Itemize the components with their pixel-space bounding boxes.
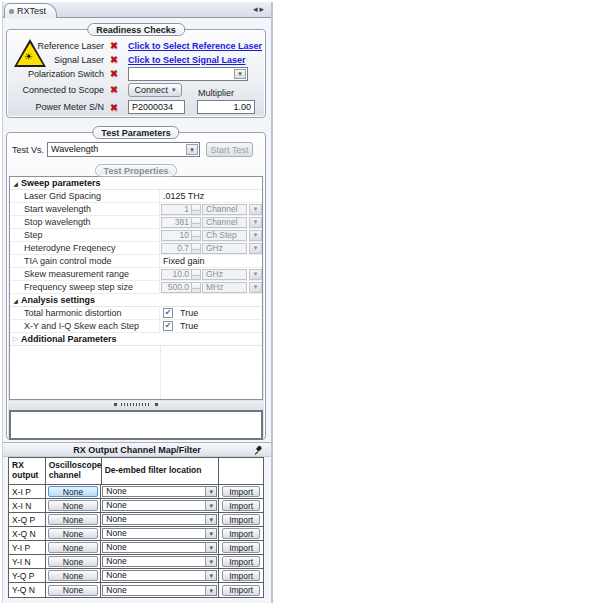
filter-location-combo[interactable]: None▾	[102, 585, 217, 596]
test-vs-combo[interactable]: Wavelength ▾	[47, 142, 200, 157]
filter-location-combo[interactable]: None▾	[102, 542, 217, 553]
import-button[interactable]: Import	[222, 528, 260, 539]
category-analysis-settings[interactable]: ◢ Analysis settings	[10, 294, 262, 307]
rx-map-header[interactable]: RX Output Channel Map/Filter	[3, 442, 271, 457]
import-button[interactable]: Import	[222, 500, 260, 511]
spinner-buttons[interactable]	[192, 282, 201, 293]
import-button[interactable]: Import	[222, 514, 260, 525]
value-spinbox[interactable]: 500.0	[161, 282, 192, 293]
polarization-switch-combo[interactable]: ▾	[128, 67, 248, 81]
category-sweep-parameters[interactable]: ◢ Sweep parameters	[10, 177, 262, 190]
spinner-buttons[interactable]	[192, 243, 201, 254]
spinner-buttons[interactable]	[192, 230, 201, 241]
property-row-step[interactable]: Step 10 Ch Step ▾	[10, 229, 262, 242]
spinner-buttons[interactable]	[192, 217, 201, 228]
value-spinbox[interactable]: 0.7	[161, 243, 192, 254]
import-button[interactable]: Import	[222, 486, 260, 497]
signal-laser-fail-icon: ✖	[104, 54, 124, 65]
chevron-down-icon[interactable]: ▾	[205, 571, 216, 580]
channel-select-button[interactable]: None	[48, 500, 98, 511]
filter-location-combo[interactable]: None▾	[102, 486, 217, 497]
chevron-down-icon[interactable]: ▾	[186, 144, 198, 155]
import-button[interactable]: Import	[222, 585, 260, 596]
expander-closed-icon[interactable]: ▷	[10, 335, 21, 343]
power-meter-serial-input[interactable]	[128, 100, 185, 114]
tab-title: RXTest	[17, 6, 46, 16]
category-additional-parameters[interactable]: ▷ Additional Parameters	[10, 333, 262, 346]
checkbox-checked-icon[interactable]: ✔	[163, 321, 173, 331]
property-row-stop-wavelength[interactable]: Stop wavelength 381 Channel ▾	[10, 216, 262, 229]
value-spinbox[interactable]: 381	[161, 217, 192, 228]
channel-select-button[interactable]: None	[48, 528, 98, 539]
chevron-down-icon[interactable]: ▾	[205, 487, 216, 496]
chevron-down-icon[interactable]: ▾	[205, 586, 216, 595]
select-signal-laser-link[interactable]: Click to Select Signal Laser	[128, 55, 246, 65]
table-row-yip: Y-I P None None▾ Import	[9, 541, 263, 555]
import-button[interactable]: Import	[222, 556, 260, 567]
property-row-skew-range[interactable]: Skew measurement range 10.0 GHz ▾	[10, 268, 262, 281]
chevron-down-icon[interactable]: ▾	[205, 557, 216, 566]
import-button[interactable]: Import	[222, 570, 260, 581]
property-row-start-wavelength[interactable]: Start wavelength 1 Channel ▾	[10, 203, 262, 216]
channel-select-button[interactable]: None	[48, 486, 98, 497]
unit-dropdown-icon[interactable]: ▾	[249, 243, 262, 254]
scroll-right-icon[interactable]: ▸	[259, 4, 266, 14]
property-row-thd[interactable]: Total harmonic distortion ✔ True	[10, 307, 262, 320]
filter-location-combo[interactable]: None▾	[102, 500, 217, 511]
channel-select-button[interactable]: None	[48, 556, 98, 567]
tab-rxtest[interactable]: RXTest	[4, 3, 57, 18]
import-button[interactable]: Import	[222, 542, 260, 553]
value-spinbox[interactable]: 1	[161, 204, 192, 215]
filter-location-combo[interactable]: None▾	[102, 514, 217, 525]
filter-location-combo[interactable]: None▾	[102, 556, 217, 567]
property-row-xy-iq-skew[interactable]: X-Y and I-Q Skew each Step ✔ True	[10, 320, 262, 333]
channel-select-button[interactable]: None	[48, 514, 98, 525]
value-spinbox[interactable]: 10.0	[161, 269, 192, 280]
channel-select-button[interactable]: None	[48, 542, 98, 553]
chevron-down-icon[interactable]: ▾	[205, 529, 216, 538]
readiness-checks-group: Readiness Checks ☀ Reference Laser ✖ Cli…	[6, 29, 266, 118]
expander-open-icon[interactable]: ◢	[10, 297, 21, 304]
spinner-buttons[interactable]	[192, 269, 201, 280]
expander-open-icon[interactable]: ◢	[10, 180, 21, 187]
property-row-tia-gain[interactable]: TIA gain control mode Fixed gain	[10, 255, 262, 268]
rx-output-label: X-I P	[9, 485, 46, 498]
unit-field: GHz	[202, 269, 247, 280]
power-meter-fail-icon: ✖	[104, 102, 124, 113]
unit-dropdown-icon[interactable]: ▾	[249, 230, 262, 241]
rx-channel-map-table: RX output Oscilloscope channel De-embed …	[8, 457, 264, 598]
value-spinbox[interactable]: 10	[161, 230, 192, 241]
rx-output-label: X-Q P	[9, 513, 46, 526]
channel-select-button[interactable]: None	[48, 585, 98, 596]
select-reference-laser-link[interactable]: Click to Select Reference Laser	[128, 41, 262, 51]
splitter-dot	[155, 403, 158, 406]
chevron-down-icon[interactable]: ▾	[234, 69, 246, 79]
spinner-buttons[interactable]	[192, 204, 201, 215]
pin-icon[interactable]	[254, 446, 263, 455]
unit-dropdown-icon[interactable]: ▾	[249, 269, 262, 280]
channel-select-button[interactable]: None	[48, 570, 98, 581]
filter-location-combo[interactable]: None▾	[102, 528, 217, 539]
splitter-dots	[121, 403, 151, 406]
multiplier-input[interactable]	[197, 100, 255, 114]
splitter-bar[interactable]	[9, 401, 263, 408]
connect-button[interactable]: Connect ▾	[128, 83, 182, 97]
checkbox-checked-icon[interactable]: ✔	[163, 308, 173, 318]
test-vs-label: Test Vs.	[12, 145, 47, 155]
chevron-down-icon[interactable]: ▾	[205, 543, 216, 552]
category-label: Analysis settings	[21, 295, 95, 305]
unit-dropdown-icon[interactable]: ▾	[249, 217, 262, 228]
start-test-button[interactable]: Start Test	[206, 142, 253, 157]
unit-dropdown-icon[interactable]: ▾	[249, 282, 262, 293]
chevron-down-icon[interactable]: ▾	[205, 515, 216, 524]
splitter-handle[interactable]	[114, 403, 158, 406]
rx-output-label: X-Q N	[9, 527, 46, 540]
property-value: .0125 THz	[160, 191, 204, 201]
property-row-laser-grid-spacing[interactable]: Laser Grid Spacing .0125 THz	[10, 190, 262, 203]
unit-dropdown-icon[interactable]: ▾	[249, 204, 262, 215]
chevron-down-icon[interactable]: ▾	[205, 501, 216, 510]
table-row-yqp: Y-Q P None None▾ Import	[9, 569, 263, 583]
filter-location-combo[interactable]: None▾	[102, 570, 217, 581]
property-row-sweep-step-size[interactable]: Frequency sweep step size 500.0 MHz ▾	[10, 281, 262, 294]
property-row-heterodyne-frequency[interactable]: Heterodyne Freqenecy 0.7 GHz ▾	[10, 242, 262, 255]
